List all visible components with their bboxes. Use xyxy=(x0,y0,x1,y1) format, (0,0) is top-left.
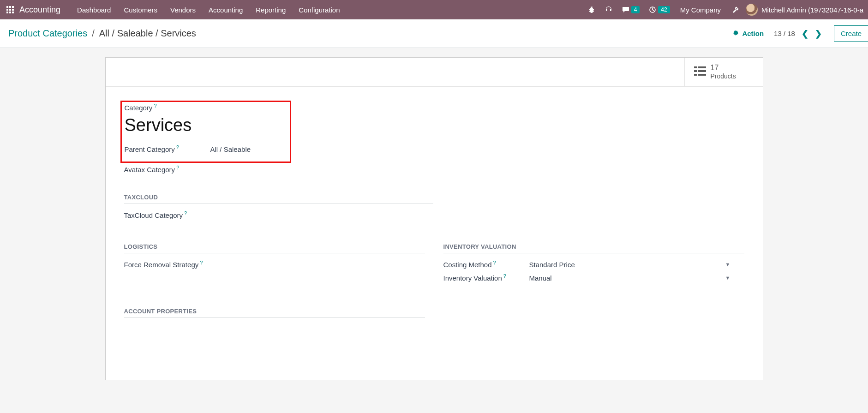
nav-reporting[interactable]: Reporting xyxy=(249,6,292,14)
messages-icon[interactable]: 4 xyxy=(617,6,645,13)
costing-method-label: Costing Method ? xyxy=(443,261,529,269)
nav-vendors[interactable]: Vendors xyxy=(164,6,202,14)
svg-rect-6 xyxy=(6,12,8,13)
svg-rect-14 xyxy=(694,74,697,76)
avatax-category-label: Avatax Category ? xyxy=(124,166,210,174)
nav-configuration[interactable]: Configuration xyxy=(292,6,346,14)
top-navbar: Accounting Dashboard Customers Vendors A… xyxy=(0,0,868,19)
parent-category-label: Parent Category ? xyxy=(125,145,210,153)
section-logistics: LOGISTICS xyxy=(124,243,425,253)
section-account-properties: ACCOUNT PROPERTIES xyxy=(124,308,425,318)
category-label: Category ? xyxy=(125,104,210,112)
svg-rect-13 xyxy=(698,70,706,72)
inventory-valuation-select[interactable]: Manual ▼ xyxy=(529,274,744,282)
action-menu[interactable]: Action xyxy=(732,30,764,37)
user-menu[interactable]: Mitchell Admin (19732047-16-0-a xyxy=(743,4,863,16)
pager: 13 / 18 ❮ ❯ xyxy=(774,28,824,40)
svg-rect-10 xyxy=(694,66,697,68)
svg-rect-15 xyxy=(698,74,706,76)
help-icon[interactable]: ? xyxy=(503,273,506,279)
nav-dashboard[interactable]: Dashboard xyxy=(71,6,117,14)
chevron-down-icon: ▼ xyxy=(725,262,730,267)
support-icon[interactable] xyxy=(600,6,617,14)
svg-rect-7 xyxy=(9,12,11,13)
tools-icon[interactable] xyxy=(726,6,743,13)
products-stat-button[interactable]: 17 Products xyxy=(684,58,763,86)
svg-rect-12 xyxy=(694,70,697,72)
brand-title[interactable]: Accounting xyxy=(19,5,60,15)
svg-rect-2 xyxy=(12,6,14,8)
highlight-box: Category ? Services Parent Category ? Al… xyxy=(120,101,291,163)
svg-rect-11 xyxy=(698,66,706,68)
button-box: 17 Products xyxy=(106,58,763,87)
apps-icon[interactable] xyxy=(5,4,16,15)
nav-accounting[interactable]: Accounting xyxy=(202,6,249,14)
control-panel: Product Categories / All / Saleable / Se… xyxy=(0,19,868,48)
user-name: Mitchell Admin (19732047-16-0-a xyxy=(761,6,863,14)
action-label: Action xyxy=(742,30,764,37)
svg-rect-4 xyxy=(9,9,11,11)
activities-icon[interactable]: 42 xyxy=(644,6,674,13)
activities-badge: 42 xyxy=(658,6,670,13)
pager-next-icon[interactable]: ❯ xyxy=(813,28,824,40)
nav-customers[interactable]: Customers xyxy=(117,6,164,14)
bug-icon[interactable] xyxy=(583,6,600,13)
help-icon[interactable]: ? xyxy=(200,260,203,265)
section-inventory-valuation: INVENTORY VALUATION xyxy=(443,243,744,253)
svg-rect-3 xyxy=(6,9,8,11)
svg-rect-8 xyxy=(12,12,14,13)
list-icon xyxy=(694,66,706,78)
breadcrumb-sep: / xyxy=(92,28,95,39)
form-sheet: 17 Products Category ? Services Parent C… xyxy=(105,57,763,380)
stat-count: 17 xyxy=(711,63,736,72)
section-taxcloud: TAXCLOUD xyxy=(124,194,433,204)
create-button[interactable]: Create xyxy=(834,25,868,42)
pager-prev-icon[interactable]: ❮ xyxy=(800,28,810,40)
breadcrumb: Product Categories / All / Saleable / Se… xyxy=(8,28,196,39)
stat-label: Products xyxy=(711,72,736,81)
help-icon[interactable]: ? xyxy=(176,165,179,170)
company-switcher[interactable]: My Company xyxy=(675,6,726,14)
help-icon[interactable]: ? xyxy=(184,210,187,216)
inventory-valuation-label: Inventory Valuation ? xyxy=(443,274,529,282)
help-icon[interactable]: ? xyxy=(154,103,156,108)
help-icon[interactable]: ? xyxy=(493,260,496,265)
chevron-down-icon: ▼ xyxy=(725,275,730,281)
messages-badge: 4 xyxy=(631,6,640,13)
breadcrumb-current: All / Saleable / Services xyxy=(99,28,196,39)
taxcloud-category-label: TaxCloud Category ? xyxy=(124,211,210,219)
parent-category-value[interactable]: All / Saleable xyxy=(210,145,251,153)
svg-rect-0 xyxy=(6,6,8,8)
pager-text[interactable]: 13 / 18 xyxy=(774,30,795,37)
costing-method-select[interactable]: Standard Price ▼ xyxy=(529,261,744,269)
svg-rect-1 xyxy=(9,6,11,8)
svg-rect-5 xyxy=(12,9,14,11)
avatar xyxy=(746,4,758,16)
help-icon[interactable]: ? xyxy=(176,144,179,150)
breadcrumb-root[interactable]: Product Categories xyxy=(8,28,87,39)
category-name[interactable]: Services xyxy=(125,115,287,135)
removal-strategy-label: Force Removal Strategy ? xyxy=(124,261,210,269)
gear-icon xyxy=(732,30,739,37)
